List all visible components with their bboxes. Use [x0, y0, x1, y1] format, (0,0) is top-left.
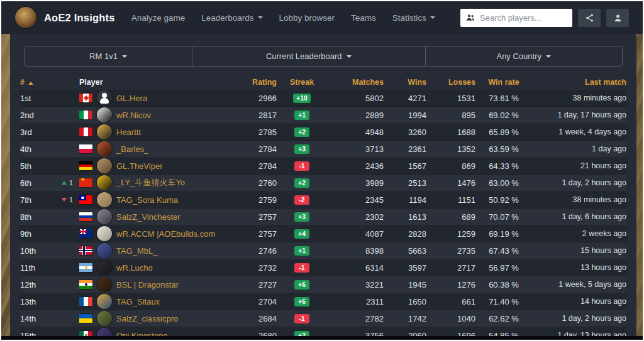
player-name-link[interactable]: TAG_MbL_ — [116, 246, 158, 256]
rank-cell: 1st — [20, 94, 55, 103]
share-icon — [585, 13, 594, 23]
player-cell: TAG_Sora Kuma — [79, 192, 228, 207]
matches-cell: 5802 — [327, 94, 384, 103]
filter-dropdown-rm-1v1[interactable]: RM 1v1 — [25, 46, 192, 66]
wins-cell: 1650 — [384, 297, 426, 306]
player-name-link[interactable]: Hearttt — [116, 127, 141, 137]
streak-cell: +6 — [277, 296, 327, 306]
player-name-link[interactable]: SalzZ_classicpro — [116, 314, 178, 323]
matches-cell: 4087 — [327, 229, 384, 239]
win-rate-cell: 69.02 % — [475, 111, 532, 120]
player-name-link[interactable]: wR.Nicov — [116, 111, 151, 120]
rank-up-icon — [62, 181, 67, 185]
rank-cell: 13th — [20, 297, 55, 306]
rating-cell: 2759 — [228, 195, 277, 205]
nav-item-statistics[interactable]: Statistics — [392, 13, 435, 23]
brand-title[interactable]: AoE2 Insights — [44, 12, 115, 24]
share-button[interactable] — [578, 9, 601, 27]
matches-cell: 2782 — [327, 314, 384, 323]
table-row: 6th1_LY_斗鱼猜火车Yo2760+239892513147663.00 %… — [20, 175, 626, 192]
player-name-link[interactable]: TAG_Sitaux — [116, 297, 160, 306]
win-rate-cell: 71.40 % — [475, 297, 532, 306]
player-cell: TAG_MbL_ — [79, 243, 228, 258]
streak-cell: -1 — [277, 161, 327, 171]
win-rate-cell: 70.07 % — [475, 212, 532, 222]
player-name-link[interactable]: SalzZ_Vinchester — [116, 212, 180, 222]
header-streak[interactable]: Streak — [277, 78, 327, 87]
losses-cell: 1476 — [426, 178, 475, 188]
player-name-link[interactable]: _LY_斗鱼猜火车Yo — [116, 177, 185, 188]
wins-cell: 1994 — [384, 111, 426, 120]
profile-button[interactable] — [606, 9, 629, 27]
player-name-link[interactable]: _Barles_ — [116, 144, 148, 154]
header-rank[interactable]: # — [20, 78, 55, 87]
streak-cell: +10 — [277, 93, 327, 103]
losses-cell: 2717 — [426, 263, 475, 273]
losses-cell: 1352 — [426, 144, 475, 154]
player-name-link[interactable]: wR.ACCM |AOEbuilds.com — [116, 229, 215, 239]
nav-item-analyze-game[interactable]: Analyze game — [131, 13, 186, 23]
rank-cell: 9th — [20, 229, 55, 239]
header-rating[interactable]: Rating — [228, 78, 277, 87]
player-name-link[interactable]: BSL | Dragonstar — [116, 280, 179, 290]
table-row: 9thwR.ACCM |AOEbuilds.com2757+4408728281… — [20, 225, 626, 242]
header-rank-label: # — [20, 78, 25, 87]
header-last-match[interactable]: Last match — [532, 78, 626, 87]
player-cell: SalzZ_Vinchester — [79, 209, 228, 224]
filter-dropdown-any-country[interactable]: Any Country — [425, 46, 623, 66]
header-losses[interactable]: Losses — [426, 78, 475, 87]
header-win-rate[interactable]: Win rate — [475, 78, 532, 87]
streak-cell: +1 — [277, 110, 327, 120]
aoe2-insights-logo[interactable] — [15, 7, 36, 28]
last-match-cell: 1 day ago — [532, 144, 626, 153]
streak-badge: +6 — [294, 297, 309, 307]
rating-cell: 2785 — [228, 127, 277, 137]
header-player[interactable]: Player — [79, 78, 228, 87]
player-name-link[interactable]: wR.Lucho — [116, 263, 153, 273]
player-name-link[interactable]: TAG_Sora Kuma — [116, 195, 178, 205]
losses-cell: 1259 — [426, 229, 475, 239]
streak-cell: +1 — [277, 246, 327, 256]
rank-cell: 6th — [20, 178, 55, 188]
win-rate-cell: 50.92 % — [475, 195, 532, 205]
player-name-link[interactable]: GL.Hera — [116, 94, 147, 103]
wins-cell: 1194 — [384, 195, 426, 205]
streak-badge: -2 — [294, 195, 309, 205]
flag-no-icon — [79, 246, 92, 255]
nav-item-leaderboards[interactable]: Leaderboards — [201, 13, 262, 23]
streak-badge: +6 — [294, 280, 309, 290]
filter-dropdown-current-leaderboard[interactable]: Current Leaderboard — [192, 46, 425, 66]
player-avatar — [97, 124, 112, 139]
header-wins[interactable]: Wins — [384, 78, 426, 87]
rank-down-icon — [62, 198, 67, 202]
caret-down-icon — [258, 16, 263, 19]
nav-item-lobby-browser[interactable]: Lobby browser — [279, 13, 335, 23]
rank-cell: 10th — [20, 246, 55, 256]
win-rate-cell: 56.97 % — [475, 263, 532, 273]
win-rate-cell: 65.89 % — [475, 127, 532, 137]
header-matches[interactable]: Matches — [327, 78, 384, 87]
rating-cell: 2784 — [228, 161, 277, 171]
losses-cell: 1040 — [426, 314, 475, 323]
win-rate-cell: 64.33 % — [475, 161, 532, 171]
table-row: 5thGL.TheViper2784-12436156786964.33 %21… — [20, 158, 626, 175]
streak-cell: +4 — [277, 229, 327, 239]
player-cell: Hearttt — [79, 124, 228, 139]
search-box — [460, 9, 572, 27]
player-avatar — [97, 311, 112, 326]
streak-badge: +10 — [293, 94, 311, 104]
wins-cell: 1742 — [384, 314, 426, 323]
nav-item-teams[interactable]: Teams — [351, 13, 376, 23]
player-name-link[interactable]: GL.TheViper — [116, 161, 162, 171]
last-match-cell: 13 hours ago — [532, 263, 626, 272]
search-input[interactable] — [480, 13, 567, 23]
flag-in-icon — [79, 280, 92, 289]
flag-pl-icon — [79, 144, 92, 153]
losses-cell: 895 — [426, 111, 475, 120]
losses-cell: 1531 — [426, 94, 475, 103]
leaderboard-container: RM 1v1Current LeaderboardAny Country # P… — [10, 34, 636, 340]
matches-cell: 6314 — [327, 263, 384, 273]
wins-cell: 2828 — [384, 229, 426, 239]
last-match-cell: 1 day, 17 hours ago — [532, 111, 626, 119]
streak-cell: -1 — [277, 263, 327, 273]
